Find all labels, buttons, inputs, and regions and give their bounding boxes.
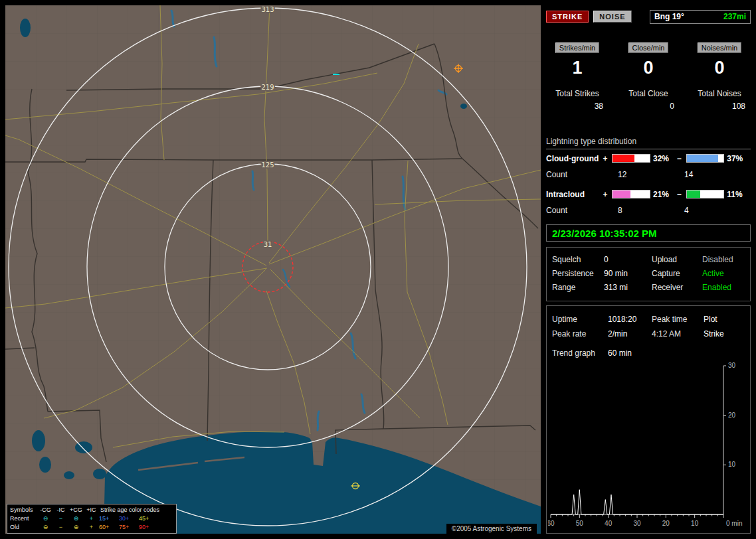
minus-sign: −	[677, 190, 686, 199]
count-label: Count	[546, 170, 603, 179]
svg-text:20: 20	[662, 520, 670, 527]
legend-age-title: Strike age color codes	[99, 506, 173, 514]
ring-label-219: 219	[261, 84, 274, 91]
age-15: 15+	[99, 514, 119, 523]
peak-time-label: Peak time	[652, 315, 704, 324]
cg-pos-old-icon: ⊕	[68, 523, 84, 532]
indicator-bar: STRIKE NOISE Bng 19° 237mi	[546, 9, 751, 24]
rate-counters: Strikes/min 1 Close/min 0 Noises/min 0	[546, 42, 751, 78]
ic-positive-pct: 21%	[650, 190, 677, 199]
strikes-per-min-value: 1	[546, 58, 609, 78]
age-45: 45+	[139, 514, 159, 523]
total-strikes-label: Total Strikes	[546, 89, 609, 98]
peak-rate-label: Peak rate	[552, 329, 608, 339]
ic-neg-recent-icon: −	[53, 514, 68, 523]
legend-col-ic-pos: +IC	[84, 506, 99, 514]
close-per-min-button[interactable]: Close/min	[628, 42, 669, 53]
ic-neg-old-icon: −	[53, 523, 68, 532]
noise-indicator-button[interactable]: NOISE	[593, 11, 631, 23]
cg-negative-bar	[686, 154, 725, 163]
copyright-label: ©2005 Astrogenic Systems	[446, 524, 537, 534]
age-30: 30+	[119, 514, 139, 523]
settings-panel: Squelch 0 Upload Disabled Persistence 90…	[546, 247, 751, 301]
uptime-label: Uptime	[552, 315, 608, 324]
total-counters: Total Strikes 38 Total Close 0 Total Noi…	[546, 89, 751, 111]
strikes-per-min-button[interactable]: Strikes/min	[555, 42, 599, 53]
svg-text:30: 30	[633, 520, 641, 527]
noises-per-min-value: 0	[688, 58, 751, 78]
age-90: 90+	[139, 523, 159, 532]
close-per-min-value: 0	[617, 58, 680, 78]
ic-negative-count: 4	[670, 206, 689, 215]
total-strikes-value: 38	[546, 102, 609, 111]
legend-row-old: Old	[10, 523, 38, 532]
svg-text:10: 10	[728, 461, 736, 468]
svg-text:60: 60	[548, 520, 555, 527]
distribution-title: Lightning type distribution	[546, 137, 751, 149]
ring-label-313: 313	[261, 6, 274, 13]
upload-value: Disabled	[702, 255, 733, 264]
plot-value: Strike	[704, 329, 724, 339]
persistence-value: 90 min	[604, 269, 652, 278]
ic-negative-pct: 11%	[724, 190, 751, 199]
ic-pos-old-icon: +	[84, 523, 99, 532]
total-noises-label: Total Noises	[688, 89, 751, 98]
plus-sign: +	[603, 154, 612, 163]
age-75: 75+	[119, 523, 139, 532]
age-60: 60+	[99, 523, 119, 532]
ic-positive-bar	[612, 190, 650, 198]
capture-label: Capture	[652, 269, 702, 278]
range-label: Range	[552, 283, 604, 292]
bearing-readout: Bng 19° 237mi	[650, 10, 751, 24]
svg-text:10: 10	[691, 520, 699, 527]
bearing-label: Bng 19°	[654, 12, 684, 21]
datetime-display: 2/23/2026 10:35:02 PM	[546, 224, 751, 242]
strike-indicator-button[interactable]: STRIKE	[546, 11, 589, 23]
trend-graph: 6050403020100 min302010	[548, 362, 749, 532]
legend-col-ic-neg: -IC	[53, 506, 68, 514]
intracloud-row: Intracloud + 21% − 11%	[546, 190, 751, 198]
svg-text:40: 40	[605, 520, 613, 527]
uptime-value: 1018:20	[608, 315, 652, 324]
svg-text:20: 20	[728, 412, 736, 419]
plus-sign: +	[603, 190, 612, 199]
peak-time-value: 4:12 AM	[652, 329, 704, 339]
cg-negative-count: 14	[670, 170, 693, 179]
total-close-value: 0	[617, 102, 680, 111]
cg-count-row: Count 12 14	[546, 170, 751, 179]
receiver-label: Receiver	[652, 283, 702, 292]
cloud-ground-row: Cloud-ground + 32% − 37%	[546, 154, 751, 163]
legend-col-cg-neg: -CG	[38, 506, 53, 514]
plot-label: Plot	[704, 315, 717, 324]
total-noises-value: 108	[688, 102, 751, 111]
map-canvas[interactable]: 313 219 125 31	[5, 5, 541, 534]
strike-map[interactable]: 313 219 125 31 Symbols -CG -IC +CG +IC S…	[5, 5, 541, 534]
squelch-label: Squelch	[552, 255, 604, 264]
minus-sign: −	[677, 154, 686, 163]
status-panel: STRIKE NOISE Bng 19° 237mi Strikes/min 1…	[546, 5, 751, 534]
ring-label-125: 125	[261, 161, 274, 169]
total-close-label: Total Close	[617, 89, 680, 98]
ic-count-row: Count 8 4	[546, 206, 751, 215]
svg-text:30: 30	[728, 362, 736, 369]
cloud-ground-label: Cloud-ground	[546, 154, 603, 163]
cg-positive-bar	[612, 154, 650, 163]
ic-positive-count: 8	[603, 206, 670, 215]
peak-rate-value: 2/min	[608, 329, 652, 339]
noises-per-min-button[interactable]: Noises/min	[698, 42, 741, 53]
persistence-label: Persistence	[552, 269, 604, 278]
range-value: 313 mi	[604, 283, 652, 292]
legend-symbols-header: Symbols	[10, 506, 38, 514]
cg-negative-pct: 37%	[724, 154, 751, 163]
upload-label: Upload	[652, 255, 702, 264]
cg-pos-recent-icon: ⊕	[68, 514, 84, 523]
ic-pos-recent-icon: +	[84, 514, 99, 523]
cg-neg-recent-icon: ⊖	[38, 514, 53, 523]
count-label: Count	[546, 206, 603, 215]
receiver-value: Enabled	[702, 283, 731, 292]
svg-text:0 min: 0 min	[726, 520, 742, 527]
legend-col-cg-pos: +CG	[68, 506, 84, 514]
capture-value: Active	[702, 269, 724, 278]
legend-row-recent: Recent	[10, 514, 38, 523]
ring-label-31: 31	[264, 241, 272, 248]
